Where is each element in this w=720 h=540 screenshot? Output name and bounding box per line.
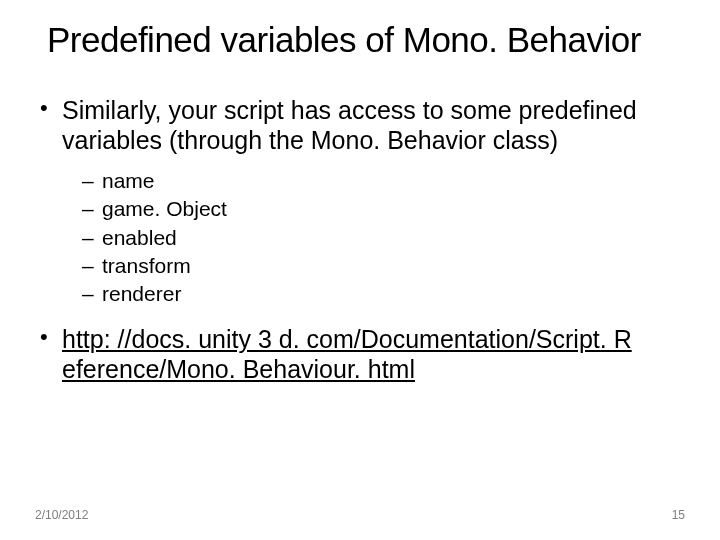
slide-title: Predefined variables of Mono. Behavior [35,20,685,60]
slide-footer: 2/10/2012 15 [35,508,685,522]
documentation-link[interactable]: http: //docs. unity 3 d. com/Documentati… [62,325,632,383]
sub-bullet-item: game. Object [40,195,685,223]
footer-date: 2/10/2012 [35,508,88,522]
sub-bullet-item: renderer [40,280,685,308]
sub-bullet-group: name game. Object enabled transform rend… [40,167,685,309]
bullet-intro: Similarly, your script has access to som… [40,95,685,155]
footer-page-number: 15 [672,508,685,522]
slide: Predefined variables of Mono. Behavior S… [0,0,720,540]
sub-bullet-item: transform [40,252,685,280]
slide-content: Similarly, your script has access to som… [35,95,685,384]
bullet-link: http: //docs. unity 3 d. com/Documentati… [40,324,685,384]
sub-bullet-item: enabled [40,224,685,252]
sub-bullet-item: name [40,167,685,195]
